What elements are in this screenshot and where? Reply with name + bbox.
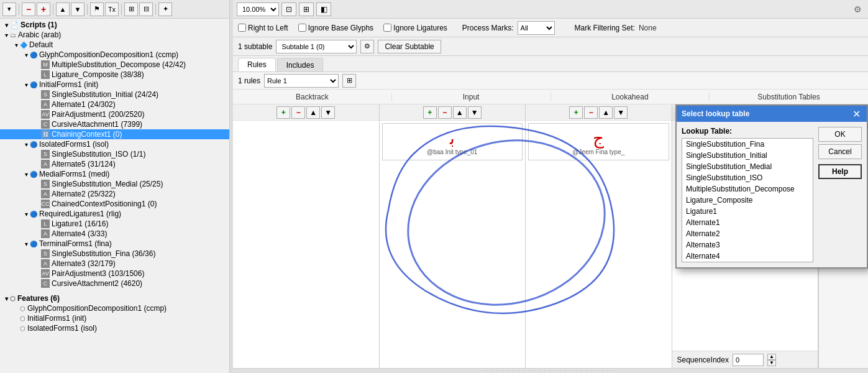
list-item[interactable]: ⬡ GlyphCompositionDecomposition1 (ccmp) (0, 303, 229, 313)
list-item[interactable]: L Ligature1 (16/16) (0, 219, 229, 229)
list-item[interactable]: CC ChainedContextPositioning1 (0) (0, 199, 229, 209)
list-item[interactable]: ▾ 🔵 GlyphCompositionDecomposition1 (ccmp… (0, 50, 229, 60)
dialog-cancel-btn[interactable]: Cancel (818, 144, 862, 159)
lookahead-glyph-item[interactable]: ﺝ @Jeem Fina type_ (528, 123, 669, 160)
backtrack-add-btn[interactable]: + (276, 106, 290, 119)
seq-up-btn[interactable]: ▲ (767, 354, 776, 360)
clear-subtable-btn[interactable]: Clear Subtable (378, 40, 441, 53)
rtl-checkbox[interactable] (238, 24, 246, 32)
subtable-select[interactable]: Subtable 1 (0) (276, 40, 357, 53)
ignore-lig-checkbox[interactable] (383, 24, 391, 32)
list-item[interactable]: ▾ 🔵 IsolatedForms1 (isol) (0, 139, 229, 149)
ignore-base-label[interactable]: Ignore Base Glyphs (308, 24, 373, 32)
zoom-fit-btn[interactable]: ⊡ (281, 2, 296, 16)
dialog-ok-btn[interactable]: OK (818, 127, 862, 142)
dialog-list-item[interactable]: SingleSubstitution_Medial (682, 161, 813, 172)
list-item[interactable]: ▾ 🔷 Default (0, 40, 229, 50)
list-item[interactable]: A Alternate5 (31/124) (0, 159, 229, 169)
remove-btn[interactable]: + (37, 2, 50, 16)
sequence-index-input[interactable] (733, 354, 764, 366)
list-item[interactable]: ▾ 🔵 TerminalForms1 (fina) (0, 239, 229, 249)
rule-icon-btn[interactable]: ⊞ (342, 74, 356, 88)
dialog-list-item[interactable]: Alternate1 (682, 217, 813, 228)
rtl-label[interactable]: Right to Left (248, 24, 288, 32)
list-item[interactable]: S SingleSubstitution_Fina (36/36) (0, 249, 229, 259)
list-item[interactable]: C CursiveAttachment2 (4620) (0, 279, 229, 288)
list-view-btn[interactable]: ◧ (316, 2, 331, 16)
list-item[interactable]: S SingleSubstitution_Initial (24/24) (0, 90, 229, 99)
star-btn[interactable]: ✦ (158, 2, 172, 16)
add-btn[interactable]: − (22, 2, 35, 16)
zoom-select[interactable]: 10.00% (237, 2, 279, 16)
rule-select[interactable]: Rule 1 (264, 74, 339, 88)
list-item[interactable]: A Alternate1 (24/302) (0, 99, 229, 109)
list-item[interactable]: ▾ 🗂 Arabic (arab) (0, 30, 229, 40)
text-btn[interactable]: Tx (105, 2, 119, 16)
dialog-list-item[interactable]: Alternate5 (682, 262, 813, 262)
tab-includes[interactable]: Includes (277, 58, 324, 71)
dialog-list-item[interactable]: Alternate3 (682, 239, 813, 251)
sequence-index-label: SequenceIndex (677, 356, 729, 364)
list-item[interactable]: ▾ 🔵 InitialForms1 (init) (0, 80, 229, 90)
list-item[interactable]: A Alternate4 (3/33) (0, 229, 229, 239)
seq-down-btn[interactable]: ▼ (767, 360, 776, 366)
dialog-list-item[interactable]: Alternate2 (682, 228, 813, 239)
dialog-help-btn[interactable]: Help (818, 164, 862, 179)
process-marks-select[interactable]: All (518, 21, 555, 35)
list-item[interactable]: ⬡ IsolatedForms1 (isol) (0, 323, 229, 333)
list-item[interactable]: ▾ ⬡ Features (6) (0, 293, 229, 303)
list-item[interactable]: S SingleSubstitution_ISO (1/1) (0, 149, 229, 159)
backtrack-remove-btn[interactable]: − (291, 106, 305, 119)
dialog-list-item[interactable]: Ligature_Composite (682, 195, 813, 206)
tab-rules[interactable]: Rules (238, 58, 276, 71)
list-item[interactable]: L Ligature_Composite (38/38) (0, 70, 229, 80)
list-item[interactable]: S SingleSubstitution_Medial (25/25) (0, 179, 229, 189)
list-item[interactable]: A Alternate2 (25/322) (0, 189, 229, 199)
input-up-btn[interactable]: ▲ (453, 106, 467, 119)
input-down-btn[interactable]: ▼ (468, 106, 482, 119)
dialog-list[interactable]: SingleSubstitution_Fina SingleSubstituti… (682, 138, 813, 262)
flag-btn[interactable]: ⚑ (90, 2, 104, 16)
list-item[interactable]: AV PairAdjustment1 (200/2520) (0, 109, 229, 119)
list-item[interactable]: ▾ 🔵 MedialForms1 (medi) (0, 169, 229, 179)
scripts-expand-btn[interactable]: ▾ (2, 2, 16, 16)
mark-filter-group: Mark Filtering Set: None (575, 24, 657, 32)
settings-btn[interactable]: ⚙ (851, 2, 864, 16)
list-item[interactable]: ⛓ ChainingContext1 (0) (0, 129, 229, 139)
up-btn[interactable]: ▲ (56, 2, 70, 16)
lookahead-remove-btn[interactable]: − (584, 106, 598, 119)
subtable-icon-btn[interactable]: ⚙ (360, 40, 374, 53)
down-btn[interactable]: ▼ (71, 2, 85, 16)
dialog-list-item[interactable]: Ligature1 (682, 206, 813, 217)
ignore-base-checkbox[interactable] (298, 24, 306, 32)
dialog-list-item[interactable]: SingleSubstitution_ISO (682, 172, 813, 183)
scripts-expand-icon[interactable]: ▾ (2, 22, 10, 29)
dialog-list-item[interactable]: SingleSubstitution_Initial (682, 150, 813, 161)
grid-btn[interactable]: ⊞ (124, 2, 138, 16)
ignore-lig-label[interactable]: Ignore Ligatures (393, 24, 447, 32)
list-item[interactable]: ⬡ InitialForms1 (init) (0, 313, 229, 323)
top-toolbar: 10.00% ⊡ ⊞ ◧ ⚙ (233, 0, 868, 19)
input-remove-btn[interactable]: − (438, 106, 452, 119)
list-item[interactable]: AV PairAdjustment3 (103/1506) (0, 269, 229, 279)
backtrack-up-btn[interactable]: ▲ (306, 106, 320, 119)
input-glyph-item[interactable]: ﺑ @baa Init type_01 (382, 123, 523, 160)
lookahead-glyph-arabic: ﺝ (593, 128, 604, 149)
list-item[interactable]: A Alternate3 (32/179) (0, 259, 229, 269)
lookahead-add-btn[interactable]: + (569, 106, 583, 119)
ignore-lig-group: Ignore Ligatures (383, 24, 447, 32)
table-btn[interactable]: ⊟ (139, 2, 153, 16)
dialog-list-item[interactable]: Alternate4 (682, 251, 813, 262)
list-item[interactable]: M MultipleSubstitution_Decompose (42/42) (0, 60, 229, 70)
dialog-list-item[interactable]: MultipleSubstitution_Decompose (682, 183, 813, 195)
list-item[interactable]: ▾ 🔵 RequiredLigatures1 (rlig) (0, 209, 229, 219)
grid-view-btn[interactable]: ⊞ (299, 2, 314, 16)
scripts-heading[interactable]: ▾ 📄 Scripts (1) (0, 20, 229, 30)
backtrack-down-btn[interactable]: ▼ (321, 106, 335, 119)
lookahead-up-btn[interactable]: ▲ (599, 106, 613, 119)
input-add-btn[interactable]: + (423, 106, 437, 119)
dialog-close-btn[interactable]: ✕ (851, 108, 862, 120)
lookahead-down-btn[interactable]: ▼ (614, 106, 628, 119)
dialog-list-item[interactable]: SingleSubstitution_Fina (682, 139, 813, 150)
list-item[interactable]: C CursiveAttachment1 (7399) (0, 119, 229, 129)
